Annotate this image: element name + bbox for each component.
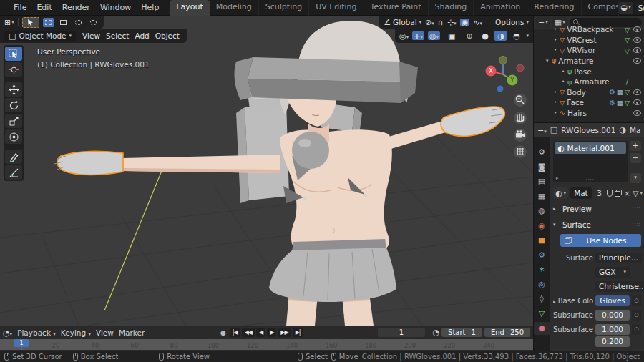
properties-tab-world[interactable]: ◉	[534, 220, 550, 233]
orientation-dropdown[interactable]: ∠Global▾	[384, 18, 421, 26]
xray-toggle[interactable]: ▣	[448, 32, 455, 40]
browse-material-button[interactable]: ◐▾	[553, 187, 568, 199]
disclosure-icon[interactable]: ▾	[546, 58, 552, 64]
mesh-data-icon[interactable]: ▽	[625, 89, 630, 96]
active-tool-indicator[interactable]	[22, 17, 39, 28]
outliner-item-vrvisor[interactable]: •▽VRVisor▽	[534, 45, 644, 56]
surface-shader-dropdown[interactable]: Principle...	[595, 253, 642, 263]
properties-tab-object[interactable]: ■	[534, 234, 550, 247]
properties-tab-scene[interactable]: ◍	[534, 205, 550, 217]
decorator-dot[interactable]: ○	[632, 310, 641, 321]
viewport-canvas[interactable]: X Y	[0, 16, 533, 326]
proportional-editing-toggle[interactable]: ◉	[460, 19, 470, 26]
tool-cursor[interactable]	[5, 62, 22, 77]
distribution-dropdown[interactable]: GGX▾	[595, 267, 630, 278]
workspace-tab-compos[interactable]: Compos	[582, 0, 619, 16]
select-mode-tweak[interactable]	[43, 18, 54, 27]
shading-wireframe[interactable]: ⊕	[463, 31, 475, 41]
material-slot-active[interactable]: ◐ Material.001	[555, 142, 626, 154]
material-users-count[interactable]: 3	[594, 187, 605, 199]
properties-tab-material[interactable]: ●	[534, 322, 550, 335]
outliner-filter-button[interactable]: ≡▾	[536, 16, 550, 28]
outliner-item-vrcrest[interactable]: •▽VRCrest▽	[534, 35, 644, 46]
timeline-editor[interactable]: ◔▾ Playback ▾ Keying ▾ View Marker ● |◀◀…	[0, 326, 533, 351]
end-frame-field[interactable]: End250	[484, 328, 530, 337]
subsurface-method-dropdown[interactable]: Christense...▾	[595, 281, 644, 292]
next-keyframe-button[interactable]: ▶▶	[278, 328, 291, 337]
workspace-tab-shading[interactable]: Shading	[429, 0, 474, 16]
breadcrumb-object[interactable]: RWGloves.001	[561, 126, 615, 134]
eye-visibility-icon[interactable]	[633, 110, 641, 116]
workspace-tab-sculpting[interactable]: Sculpting	[259, 0, 309, 16]
tool-select-box[interactable]	[5, 47, 22, 61]
scene-browse-button[interactable]: ◒▾	[619, 2, 633, 14]
pan-hand-icon[interactable]	[514, 112, 527, 124]
mesh-data-icon[interactable]: ▽	[625, 99, 630, 107]
surface-panel-header[interactable]: ▾Surface∷∷	[553, 219, 641, 230]
menu-edit[interactable]: Edit	[31, 1, 57, 14]
use-nodes-button[interactable]: Use Nodes	[560, 234, 641, 247]
outliner-item-pose[interactable]: •ψPose	[534, 66, 644, 77]
workspace-tab-uv-editing[interactable]: UV Editing	[309, 0, 364, 16]
snap-magnet-icon[interactable]: ∩	[438, 19, 444, 26]
decorator-dot[interactable]: ○	[632, 324, 641, 335]
eye-visibility-icon[interactable]	[633, 26, 641, 32]
properties-tab-tool[interactable]: ⚙	[534, 146, 550, 159]
scene-name-pill[interactable]: Scene ×	[635, 2, 644, 14]
add-slot-button[interactable]: +	[630, 141, 641, 151]
perspective-toggle-icon[interactable]	[514, 145, 527, 158]
tool-rotate[interactable]	[5, 98, 22, 112]
jump-to-end-button[interactable]: ▶|	[293, 328, 303, 337]
options-dropdown[interactable]: Options▾	[495, 18, 529, 26]
properties-tab-data[interactable]: ▽	[534, 308, 550, 321]
outliner-item-body[interactable]: •▽Body⚙▦▽	[534, 87, 644, 98]
workspace-tab-animation[interactable]: Animation	[474, 0, 527, 16]
timeline-editor-type-button[interactable]: ◔▾	[3, 328, 12, 337]
radius-value-field-0[interactable]: 1.000	[595, 324, 630, 335]
workspace-tab-texture-paint[interactable]: Texture Paint	[364, 0, 429, 16]
editor-type-button[interactable]: ⊞▾	[4, 19, 14, 26]
eye-visibility-icon[interactable]	[633, 89, 641, 95]
properties-editor[interactable]: ≡▾ □ RWGloves.001 ◑ Ma ⚙◙▤▦◍◉■⚙∗◎◊▽● ◐	[534, 123, 644, 351]
outliner-item-armature[interactable]: •ψArmature/	[534, 77, 644, 87]
falloff-dropdown[interactable]: ∿▾	[473, 18, 482, 26]
record-button[interactable]: ●	[220, 329, 226, 336]
properties-tab-particles[interactable]: ∗	[534, 263, 550, 276]
current-frame-field[interactable]: 1	[378, 328, 425, 337]
axis-z-ball[interactable]	[497, 86, 504, 92]
zoom-tool-icon[interactable]	[514, 94, 527, 107]
pivot-point-dropdown[interactable]: ⊘▾	[425, 18, 434, 26]
menu-help[interactable]: Help	[136, 1, 164, 14]
panel-grip-icon[interactable]: ∷∷	[633, 222, 641, 228]
modifier-icon[interactable]: ▦	[617, 89, 623, 96]
fake-user-shield-icon[interactable]	[607, 190, 613, 197]
eye-visibility-icon[interactable]	[633, 47, 641, 53]
eye-visibility-icon[interactable]	[633, 99, 641, 105]
bone-icon[interactable]: /	[626, 79, 628, 86]
outliner-item-face[interactable]: •▽Face⚙▦▽	[534, 97, 644, 108]
menu-file[interactable]: File	[9, 1, 31, 14]
menu-window[interactable]: Window	[95, 1, 136, 14]
keying-menu[interactable]: Keying ▾	[61, 328, 91, 337]
play-reverse-button[interactable]: ◀	[256, 328, 265, 337]
shading-solid[interactable]: ●	[479, 31, 491, 41]
outliner-editor[interactable]: ≡▾ ▦▾ •▽VRBackpack▽•▽VRCrest▽•▽VRVisor▽▾…	[534, 16, 644, 123]
workspace-tab-layout[interactable]: Layout	[170, 0, 209, 16]
viewport-menu-view[interactable]: View	[79, 31, 103, 40]
overlays-dropdown[interactable]: ◍▾	[428, 31, 440, 40]
wrench-icon[interactable]: ⚙	[609, 99, 615, 107]
select-mode-box[interactable]	[58, 18, 69, 27]
slot-list-grip[interactable]: ∷∷	[586, 175, 595, 182]
eye-visibility-icon[interactable]	[633, 37, 641, 43]
base-color-texture-button[interactable]: Gloves	[595, 295, 630, 306]
shading-material-preview[interactable]: ◑	[494, 31, 507, 41]
playhead-head[interactable]: 1	[14, 339, 29, 347]
unlink-material-icon[interactable]: ×	[624, 189, 630, 198]
properties-tab-view-layer[interactable]: ▦	[534, 190, 550, 203]
viewport-menu-object[interactable]: Object	[152, 31, 182, 40]
viewport-menu-add[interactable]: Add	[132, 31, 152, 40]
menu-render[interactable]: Render	[57, 1, 95, 14]
remove-slot-button[interactable]: −	[630, 153, 641, 163]
wrench-icon[interactable]: ⚙	[609, 89, 615, 96]
mesh-data-icon[interactable]: ▽	[625, 47, 630, 54]
